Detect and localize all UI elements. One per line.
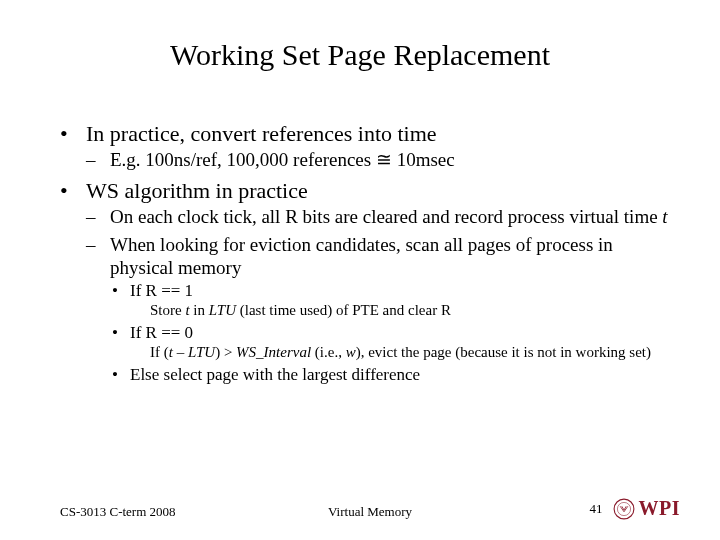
svg-point-1 <box>617 502 630 515</box>
var-ltu: LTU <box>209 302 236 318</box>
var-diff: t – LTU <box>169 344 215 360</box>
var-w: w <box>346 344 356 360</box>
bullet-l4-item: If (t – LTU) > WS_Interval (i.e., w), ev… <box>130 343 680 362</box>
bullet-l3-item: If R == 1 Store t in LTU (last time used… <box>110 280 680 320</box>
page-number: 41 <box>590 501 603 517</box>
bullet-l3-item: If R == 0 If (t – LTU) > WS_Interval (i.… <box>110 322 680 362</box>
bullet-list-level2: On each clock tick, all R bits are clear… <box>86 205 680 386</box>
slide-title: Working Set Page Replacement <box>0 38 720 72</box>
bullet-l2-item: On each clock tick, all R bits are clear… <box>86 205 680 229</box>
bullet-text: (last time used) of PTE and clear R <box>236 302 451 318</box>
bullet-l4-item: Store t in LTU (last time used) of PTE a… <box>130 301 680 320</box>
bullet-text: E.g. 100ns/ref, 100,000 references ≅ 10m… <box>110 149 455 170</box>
bullet-l3-item: Else select page with the largest differ… <box>110 364 680 385</box>
bullet-l1-item: In practice, convert references into tim… <box>60 120 680 171</box>
seal-icon <box>613 498 635 520</box>
bullet-l2-item: E.g. 100ns/ref, 100,000 references ≅ 10m… <box>86 148 680 172</box>
bullet-list-level3: If R == 1 Store t in LTU (last time used… <box>110 280 680 385</box>
bullet-list-level4: Store t in LTU (last time used) of PTE a… <box>130 301 680 320</box>
bullet-list-level1: In practice, convert references into tim… <box>60 120 680 385</box>
bullet-text: When looking for eviction candidates, sc… <box>110 234 613 279</box>
bullet-text: WS algorithm in practice <box>86 178 308 203</box>
svg-point-0 <box>614 499 634 519</box>
bullet-text: If R == 1 <box>130 281 193 300</box>
footer-right: 41 WPI <box>590 497 681 520</box>
bullet-l1-item: WS algorithm in practice On each clock t… <box>60 177 680 385</box>
bullet-list-level4: If (t – LTU) > WS_Interval (i.e., w), ev… <box>130 343 680 362</box>
wpi-text: WPI <box>639 497 681 520</box>
footer-center: Virtual Memory <box>60 504 680 520</box>
bullet-text: On each clock tick, all R bits are clear… <box>110 206 662 227</box>
bullet-text: If R == 0 <box>130 323 193 342</box>
var-t: t <box>662 206 667 227</box>
bullet-text: In practice, convert references into tim… <box>86 121 437 146</box>
bullet-text: ) > <box>215 344 236 360</box>
bullet-text: in <box>190 302 209 318</box>
bullet-text: ), evict the page (because it is not in … <box>356 344 651 360</box>
bullet-text: If ( <box>150 344 169 360</box>
bullet-text: (i.e., <box>311 344 346 360</box>
slide-body: In practice, convert references into tim… <box>60 120 680 391</box>
slide: Working Set Page Replacement In practice… <box>0 0 720 540</box>
bullet-list-level2: E.g. 100ns/ref, 100,000 references ≅ 10m… <box>86 148 680 172</box>
wpi-logo: WPI <box>613 497 681 520</box>
var-ws-interval: WS_Interval <box>236 344 311 360</box>
bullet-l2-item: When looking for eviction candidates, sc… <box>86 233 680 386</box>
bullet-text: Store <box>150 302 185 318</box>
slide-footer: CS-3013 C-term 2008 Virtual Memory 41 WP… <box>60 496 680 520</box>
bullet-text: Else select page with the largest differ… <box>130 365 420 384</box>
